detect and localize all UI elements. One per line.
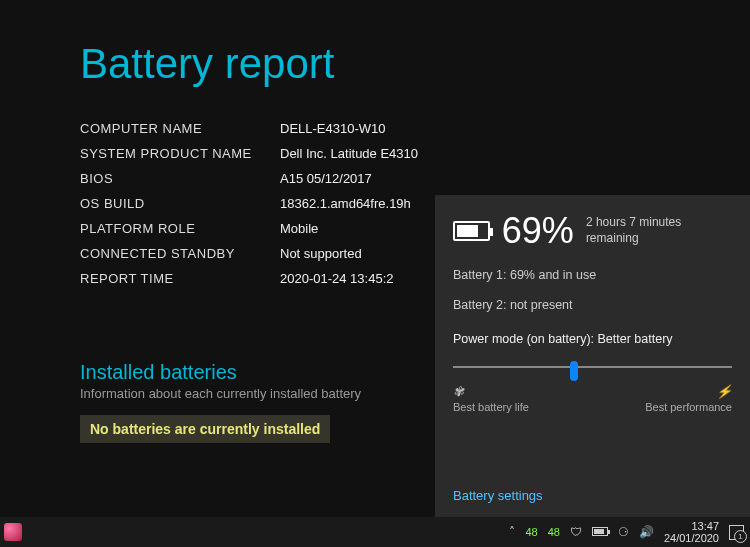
defender-icon[interactable]: 🛡 xyxy=(570,525,582,539)
taskbar-app-icon[interactable] xyxy=(4,523,22,541)
info-row: SYSTEM PRODUCT NAME Dell Inc. Latitude E… xyxy=(80,141,750,166)
info-label: CONNECTED STANDBY xyxy=(80,246,280,261)
info-label: SYSTEM PRODUCT NAME xyxy=(80,146,280,161)
info-label: COMPUTER NAME xyxy=(80,121,280,136)
action-center-icon[interactable] xyxy=(729,525,744,540)
bolt-icon: ⚡ xyxy=(716,384,732,399)
power-mode-label: Power mode (on battery): Better battery xyxy=(453,332,732,346)
battery-settings-link[interactable]: Battery settings xyxy=(453,488,543,503)
info-value: 2020-01-24 13:45:2 xyxy=(280,271,393,286)
temp-reading-2[interactable]: 48 xyxy=(548,526,560,538)
battery-flyout: 69% 2 hours 7 minutes remaining Battery … xyxy=(435,195,750,517)
battery-icon xyxy=(453,221,490,241)
taskbar: ˄ 48 48 🛡 ⚆ 🔊 13:47 24/01/2020 xyxy=(0,517,750,547)
slider-labels: ✾ Best battery life ⚡ Best performance xyxy=(453,384,732,413)
page-title: Battery report xyxy=(80,40,750,88)
volume-icon[interactable]: 🔊 xyxy=(639,525,654,539)
info-label: PLATFORM ROLE xyxy=(80,221,280,236)
info-row: COMPUTER NAME DELL-E4310-W10 xyxy=(80,116,750,141)
clock[interactable]: 13:47 24/01/2020 xyxy=(664,520,719,544)
info-value: 18362.1.amd64fre.19h xyxy=(280,196,411,211)
flyout-header: 69% 2 hours 7 minutes remaining xyxy=(453,210,732,252)
battery-remaining: 2 hours 7 minutes remaining xyxy=(586,215,732,246)
tray-battery-icon[interactable] xyxy=(592,525,608,539)
slider-thumb[interactable] xyxy=(570,361,578,381)
info-label: REPORT TIME xyxy=(80,271,280,286)
info-row: BIOS A15 05/12/2017 xyxy=(80,166,750,191)
power-mode-slider[interactable] xyxy=(453,358,732,378)
slider-max-label: Best performance xyxy=(645,401,732,413)
clock-time: 13:47 xyxy=(664,520,719,532)
tray-chevron-up-icon[interactable]: ˄ xyxy=(509,525,515,539)
info-value: Mobile xyxy=(280,221,318,236)
leaf-icon: ✾ xyxy=(453,384,464,399)
battery2-status: Battery 2: not present xyxy=(453,298,732,312)
info-value: A15 05/12/2017 xyxy=(280,171,372,186)
battery-percent: 69% xyxy=(502,210,574,252)
info-value: Not supported xyxy=(280,246,362,261)
battery1-status: Battery 1: 69% and in use xyxy=(453,268,732,282)
system-tray: ˄ 48 48 🛡 ⚆ 🔊 13:47 24/01/2020 xyxy=(509,520,744,544)
info-label: BIOS xyxy=(80,171,280,186)
no-batteries-message: No batteries are currently installed xyxy=(80,415,330,443)
clock-date: 24/01/2020 xyxy=(664,532,719,544)
wifi-icon[interactable]: ⚆ xyxy=(618,525,629,539)
slider-min-label: Best battery life xyxy=(453,401,529,413)
info-label: OS BUILD xyxy=(80,196,280,211)
info-value: Dell Inc. Latitude E4310 xyxy=(280,146,418,161)
temp-reading-1[interactable]: 48 xyxy=(525,526,537,538)
info-value: DELL-E4310-W10 xyxy=(280,121,386,136)
